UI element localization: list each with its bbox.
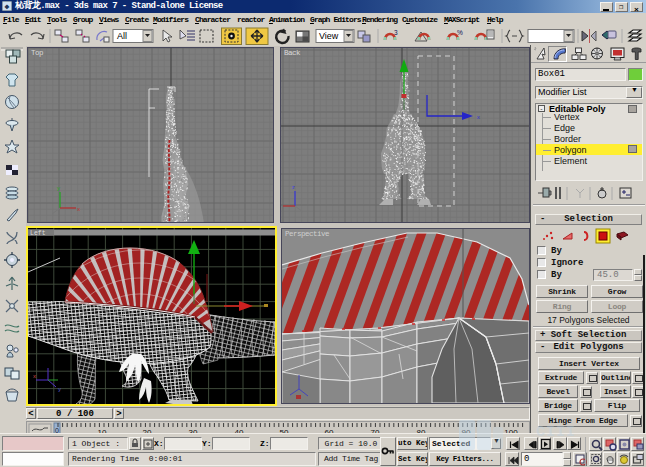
svg-text:x: x	[77, 206, 80, 212]
svg-text:z: z	[292, 184, 295, 190]
svg-text:x: x	[477, 114, 480, 120]
svg-text:3: 3	[394, 29, 398, 36]
svg-text:x: x	[33, 373, 36, 379]
svg-text:All: All	[117, 31, 127, 41]
svg-text:y: y	[58, 386, 61, 392]
svg-text:%: %	[457, 29, 463, 36]
svg-text:y: y	[57, 185, 60, 191]
svg-text:Left: Left	[30, 230, 46, 237]
svg-text:View: View	[319, 31, 339, 41]
